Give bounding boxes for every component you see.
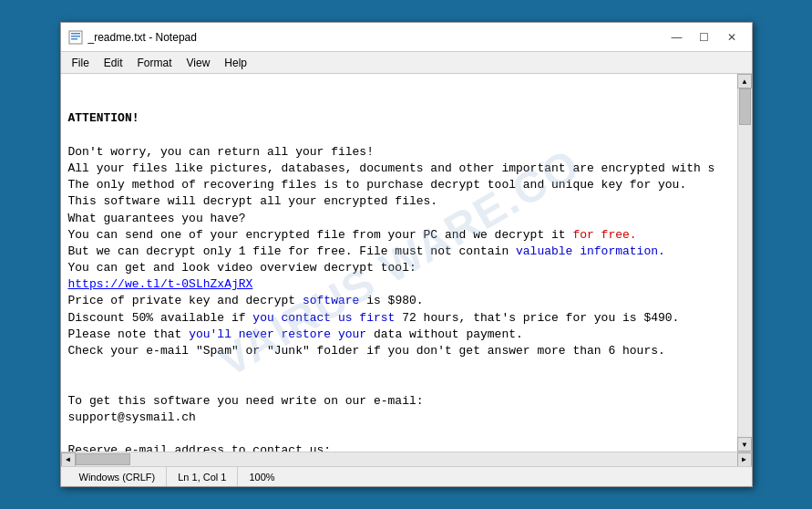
text-editor[interactable]: VAIRUS WARE.CO ATTENTION! Don't worry, y… xyxy=(61,74,737,452)
menu-edit[interactable]: Edit xyxy=(97,55,130,71)
svg-rect-3 xyxy=(71,38,77,40)
vertical-scrollbar[interactable]: ▲ ▼ xyxy=(737,74,752,452)
title-bar: _readme.txt - Notepad — ☐ ✕ xyxy=(61,23,752,52)
scroll-thumb-v[interactable] xyxy=(739,88,751,125)
minimize-button[interactable]: — xyxy=(664,28,690,47)
svg-rect-1 xyxy=(71,33,80,35)
window-title: _readme.txt - Notepad xyxy=(88,31,664,44)
menu-format[interactable]: Format xyxy=(130,55,180,71)
scroll-right-button[interactable]: ▶ xyxy=(737,452,752,467)
status-position: Ln 1, Col 1 xyxy=(166,467,237,486)
menu-view[interactable]: View xyxy=(180,55,218,71)
svg-rect-2 xyxy=(71,36,80,37)
notepad-window: _readme.txt - Notepad — ☐ ✕ File Edit Fo… xyxy=(60,22,753,487)
app-icon xyxy=(68,30,83,45)
editor-area: VAIRUS WARE.CO ATTENTION! Don't worry, y… xyxy=(61,74,752,452)
scroll-thumb-h[interactable] xyxy=(76,453,130,465)
status-line-ending: Windows (CRLF) xyxy=(68,467,167,486)
menu-bar: File Edit Format View Help xyxy=(61,52,752,74)
scroll-track-v[interactable] xyxy=(738,88,752,437)
scroll-up-button[interactable]: ▲ xyxy=(737,74,752,88)
watermark: VAIRUS WARE.CO xyxy=(207,134,591,391)
status-zoom: 100% xyxy=(237,467,285,486)
status-bar: Windows (CRLF) Ln 1, Col 1 100% xyxy=(61,466,752,486)
horizontal-scrollbar[interactable]: ◀ ▶ xyxy=(61,452,752,466)
scroll-track-h[interactable] xyxy=(76,452,737,466)
maximize-button[interactable]: ☐ xyxy=(692,28,717,47)
menu-file[interactable]: File xyxy=(65,55,97,71)
scroll-left-button[interactable]: ◀ xyxy=(61,452,76,467)
menu-help[interactable]: Help xyxy=(217,55,254,71)
close-button[interactable]: ✕ xyxy=(719,28,745,47)
window-controls: — ☐ ✕ xyxy=(664,28,745,47)
scroll-down-button[interactable]: ▼ xyxy=(737,437,752,452)
